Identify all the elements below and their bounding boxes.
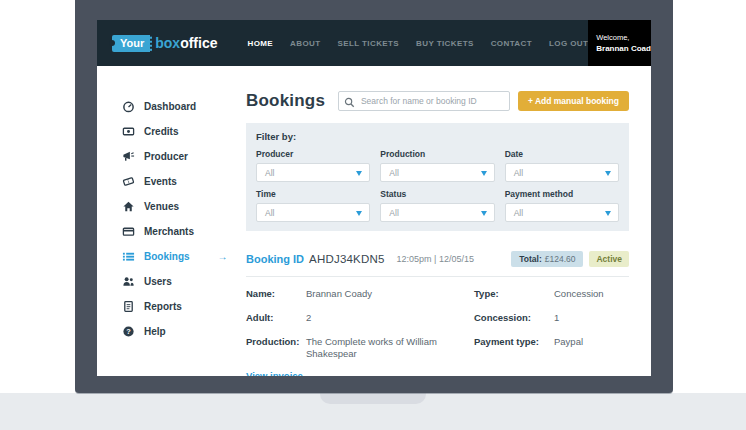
sidebar-label: Venues — [144, 201, 179, 212]
sidebar-item-events[interactable]: Events — [122, 169, 235, 194]
filter-row-1: Producer All Production All — [256, 142, 619, 182]
filter-value: All — [389, 168, 398, 178]
arrow-right-icon: → — [218, 251, 228, 262]
filter-value: All — [265, 208, 274, 218]
sidebar-label: Dashboard — [144, 101, 196, 112]
logo-text-office: office — [180, 35, 217, 51]
app-screen: Your boxoffice HOME ABOUT SELL TICKETS B… — [97, 20, 651, 376]
booking-datetime: 12:05pm | 12/05/15 — [397, 254, 474, 264]
reports-icon — [122, 300, 135, 313]
app-header: Your boxoffice HOME ABOUT SELL TICKETS B… — [97, 20, 651, 66]
nav-log-out[interactable]: LOG OUT — [549, 39, 588, 48]
nav-home[interactable]: HOME — [247, 39, 273, 48]
sidebar-item-producer[interactable]: Producer — [122, 144, 235, 169]
events-icon — [122, 175, 135, 188]
status-badge: Active — [589, 251, 629, 267]
chevron-down-icon — [605, 211, 611, 216]
credits-icon — [122, 125, 135, 138]
sidebar-label: Producer — [144, 151, 188, 162]
welcome-text: Welcome, — [596, 33, 650, 42]
sidebar-item-dashboard[interactable]: Dashboard — [122, 94, 235, 119]
filter-title: Filter by: — [256, 131, 619, 142]
filter-value: All — [514, 208, 523, 218]
detail-value: The Complete works of William Shakespear — [306, 336, 474, 362]
filter-row-2: Time All Status All — [256, 182, 619, 222]
detail-value: 2 — [306, 312, 474, 325]
filter-select-producer[interactable]: All — [256, 163, 370, 182]
chevron-down-icon — [481, 211, 487, 216]
sidebar: Dashboard Credits Producer — [97, 66, 235, 376]
filter-label: Production — [380, 149, 494, 159]
filter-select-payment-method[interactable]: All — [505, 203, 619, 222]
users-icon — [122, 275, 135, 288]
main-content: Bookings + Add manual booking Filter by: — [235, 66, 651, 376]
booking-details: Name: Brannan Coady Type: Concession Adu… — [246, 288, 629, 361]
booking-id-label: Booking ID — [246, 253, 304, 265]
filter-label: Status — [380, 189, 494, 199]
view-invoice-link[interactable]: View invoice — [246, 370, 303, 376]
total-badge: Total:£124.60 — [511, 251, 583, 267]
bookings-icon — [122, 250, 135, 263]
nav-about[interactable]: ABOUT — [290, 39, 320, 48]
sidebar-item-merchants[interactable]: Merchants — [122, 219, 235, 244]
filter-field-producer: Producer All — [256, 142, 370, 182]
filter-label: Time — [256, 189, 370, 199]
filter-value: All — [514, 168, 523, 178]
logo-text-box: box — [155, 35, 180, 51]
sidebar-label: Events — [144, 176, 177, 187]
sidebar-item-venues[interactable]: Venues — [122, 194, 235, 219]
producer-icon — [122, 150, 135, 163]
sidebar-item-bookings[interactable]: Bookings → — [122, 244, 235, 269]
search-box — [338, 90, 510, 111]
search-input[interactable] — [338, 91, 510, 111]
welcome-user-box: Welcome, Brannan Coady — [588, 20, 651, 66]
detail-label: Type: — [474, 288, 554, 301]
detail-value: Concession — [554, 288, 629, 301]
filter-label: Producer — [256, 149, 370, 159]
nav-sell-tickets[interactable]: SELL TICKETS — [338, 39, 400, 48]
filter-select-production[interactable]: All — [380, 163, 494, 182]
nav-buy-tickets[interactable]: BUY TICKETS — [416, 39, 474, 48]
booking-badges: Total:£124.60 Active — [511, 251, 629, 267]
booking-row-header[interactable]: Booking ID AHDJ34KDN5 12:05pm | 12/05/15… — [246, 251, 629, 267]
filter-field-payment-method: Payment method All — [505, 182, 619, 222]
sidebar-item-users[interactable]: Users — [122, 269, 235, 294]
logo-ticket-icon: Your — [112, 35, 152, 52]
detail-label: Concession: — [474, 312, 554, 325]
detail-value: Paypal — [554, 336, 629, 362]
filter-label: Date — [505, 149, 619, 159]
booking-id-value: AHDJ34KDN5 — [309, 253, 385, 265]
detail-label: Production: — [246, 336, 306, 362]
top-nav: HOME ABOUT SELL TICKETS BUY TICKETS CONT… — [247, 20, 588, 66]
sidebar-item-help[interactable]: ? Help — [122, 319, 235, 344]
filter-field-production: Production All — [380, 142, 494, 182]
logo[interactable]: Your boxoffice — [97, 20, 217, 66]
filter-select-time[interactable]: All — [256, 203, 370, 222]
search-icon — [344, 94, 355, 112]
sidebar-label: Reports — [144, 301, 182, 312]
svg-text:?: ? — [126, 327, 131, 336]
chevron-down-icon — [356, 171, 362, 176]
sidebar-label: Credits — [144, 126, 178, 137]
divider — [246, 276, 629, 277]
help-icon: ? — [122, 325, 135, 338]
page-title: Bookings — [246, 91, 325, 111]
sidebar-label: Users — [144, 276, 172, 287]
filter-select-status[interactable]: All — [380, 203, 494, 222]
sidebar-item-credits[interactable]: Credits — [122, 119, 235, 144]
filter-value: All — [389, 208, 398, 218]
filter-field-date: Date All — [505, 142, 619, 182]
sidebar-label: Help — [144, 326, 166, 337]
filter-panel: Filter by: Producer All Production — [246, 123, 629, 231]
welcome-username: Brannan Coady — [596, 44, 650, 53]
sidebar-label: Merchants — [144, 226, 194, 237]
filter-select-date[interactable]: All — [505, 163, 619, 182]
sidebar-item-reports[interactable]: Reports — [122, 294, 235, 319]
nav-contact[interactable]: CONTACT — [491, 39, 532, 48]
detail-label: Adult: — [246, 312, 306, 325]
sidebar-label: Bookings — [144, 251, 190, 262]
merchants-icon — [122, 225, 135, 238]
add-manual-booking-button[interactable]: + Add manual booking — [518, 91, 629, 111]
detail-label: Name: — [246, 288, 306, 301]
main-toolbar: Bookings + Add manual booking — [246, 90, 629, 111]
